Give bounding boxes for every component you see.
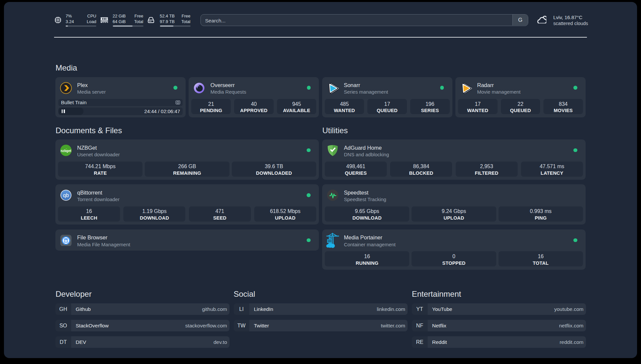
svg-text:qb: qb xyxy=(63,193,69,198)
svg-text:nzbget: nzbget xyxy=(61,149,72,153)
